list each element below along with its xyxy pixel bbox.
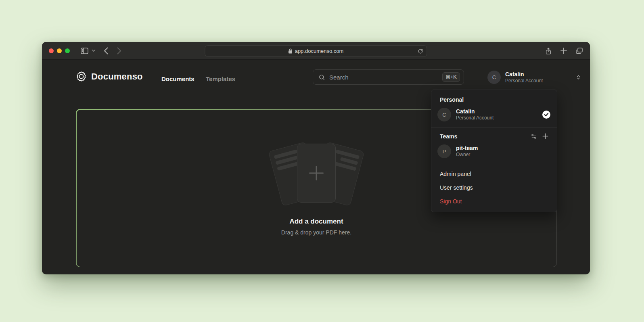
- document-card-center: [297, 144, 336, 203]
- menu-item-sign-out[interactable]: Sign Out: [431, 194, 557, 208]
- window-controls: [49, 48, 70, 53]
- brand[interactable]: Documenso: [76, 71, 143, 82]
- team-role: Owner: [456, 152, 551, 158]
- forward-button[interactable]: [117, 47, 121, 54]
- avatar: P: [437, 144, 451, 158]
- documenso-logo-icon: [76, 71, 87, 82]
- teams-section-label: Teams: [440, 133, 457, 140]
- add-document-plus-icon: [306, 163, 326, 183]
- lock-icon: [289, 48, 293, 54]
- toolbar-right-actions: [545, 42, 583, 60]
- desktop: { "browser": { "url": "app.documenso.com…: [0, 0, 644, 322]
- add-team-icon[interactable]: [542, 133, 548, 140]
- address-bar[interactable]: app.documenso.com: [205, 45, 427, 57]
- team-item[interactable]: P pit-team Owner: [431, 142, 557, 161]
- avatar: C: [487, 71, 501, 84]
- document-stack-illustration: [274, 144, 359, 204]
- search-icon: [318, 74, 325, 81]
- personal-account-item[interactable]: C Catalin Personal Account: [431, 105, 557, 124]
- personal-account-subtitle: Personal Account: [456, 115, 542, 121]
- personal-section-label: Personal: [440, 96, 464, 103]
- menu-divider: [431, 127, 557, 128]
- dropzone-title: Add a document: [289, 217, 343, 226]
- search-box: ⌘+K: [313, 69, 464, 85]
- team-name: pit-team: [456, 145, 551, 152]
- share-icon[interactable]: [545, 47, 552, 55]
- account-menu-button[interactable]: C Catalin Personal Account: [487, 71, 581, 84]
- reload-icon[interactable]: [418, 48, 423, 54]
- tab-overview-icon[interactable]: [576, 48, 583, 54]
- personal-account-name: Catalin: [456, 108, 542, 115]
- search-input[interactable]: [329, 74, 442, 81]
- sidebar-toggle-icon[interactable]: [81, 48, 88, 54]
- browser-toolbar: app.documenso.com: [42, 42, 590, 60]
- new-tab-icon[interactable]: [560, 48, 567, 54]
- sidebar-menu-chevron-icon[interactable]: [92, 49, 96, 52]
- menu-item-user-settings[interactable]: User settings: [431, 181, 557, 194]
- url-text: app.documenso.com: [295, 48, 344, 54]
- menu-divider: [431, 164, 557, 164]
- avatar: C: [437, 108, 451, 121]
- menu-item-admin-panel[interactable]: Admin panel: [431, 167, 557, 181]
- tab-documents[interactable]: Documents: [161, 75, 194, 82]
- tab-templates[interactable]: Templates: [206, 75, 235, 82]
- close-window-button[interactable]: [49, 48, 54, 53]
- dropzone-subtitle: Drag & drop your PDF here.: [281, 229, 351, 236]
- brand-name: Documenso: [91, 71, 143, 82]
- chevrons-up-down-icon: [576, 74, 581, 80]
- zoom-window-button[interactable]: [65, 48, 70, 53]
- search-shortcut-badge: ⌘+K: [442, 72, 460, 82]
- manage-teams-icon[interactable]: [531, 133, 537, 140]
- selected-check-icon: [542, 111, 550, 119]
- account-dropdown-menu: Personal C Catalin Personal Account Team…: [431, 90, 557, 212]
- account-name: Catalin: [505, 71, 543, 78]
- browser-window: app.documenso.com Documenso Do: [42, 42, 590, 274]
- account-subtitle: Personal Account: [505, 78, 543, 84]
- back-button[interactable]: [104, 47, 108, 54]
- minimize-window-button[interactable]: [57, 48, 62, 53]
